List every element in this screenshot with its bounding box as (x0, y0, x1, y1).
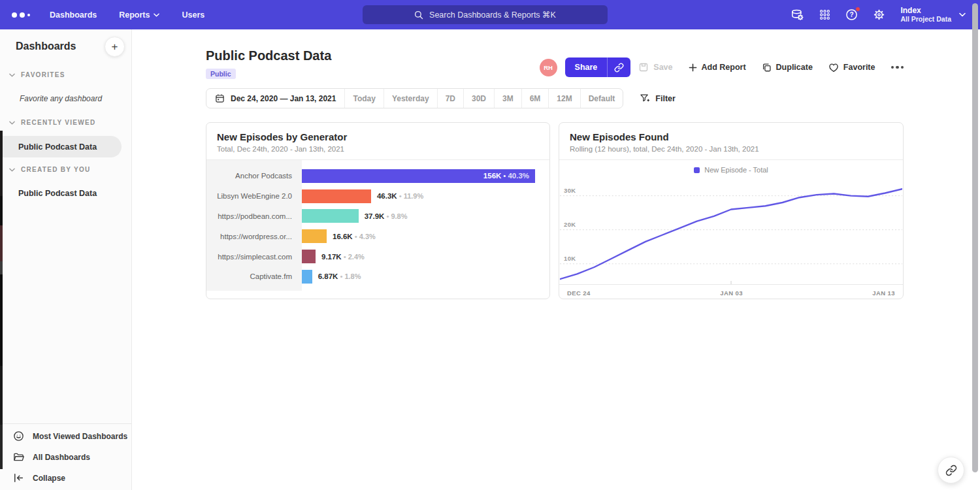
main-content: Public Podcast Data Public RH Share Save… (132, 29, 980, 490)
collapse-sidebar-button[interactable]: Collapse (13, 472, 65, 483)
preset-3m[interactable]: 3M (494, 89, 521, 108)
copy-icon (762, 63, 772, 73)
y-axis-tick-label: 10K (564, 255, 576, 262)
x-axis-tick-label: DEC 24 (567, 289, 591, 297)
preset-6m[interactable]: 6M (521, 89, 549, 108)
settings-gear-icon[interactable] (873, 8, 885, 21)
bar-category-label: Captivate.fm (206, 272, 302, 280)
footer-item-label: All Dashboards (33, 453, 90, 462)
share-link-button[interactable] (607, 57, 630, 77)
preset-today[interactable]: Today (344, 89, 383, 108)
nav-item-users[interactable]: Users (182, 10, 204, 20)
section-recently-viewed[interactable]: RECENTLY VIEWED (9, 119, 96, 126)
save-button[interactable]: Save (638, 62, 672, 73)
nav-item-dashboards[interactable]: Dashboards (50, 10, 97, 20)
bar-segment[interactable] (302, 270, 312, 284)
bar-area: 16.6K•4.3% (302, 229, 549, 243)
duplicate-button[interactable]: Duplicate (762, 63, 813, 73)
help-icon[interactable]: ? (845, 8, 858, 21)
chevron-down-icon (154, 13, 159, 17)
collapse-arrow-icon (13, 472, 24, 483)
calendar-icon (215, 93, 225, 103)
share-button[interactable]: Share (565, 57, 608, 77)
more-options-button[interactable] (891, 66, 904, 69)
bar-value-label: 6.87K•1.8% (318, 272, 361, 280)
bar-category-label: Anchor Podcasts (206, 172, 302, 180)
apps-grid-icon[interactable] (819, 9, 830, 20)
y-axis-tick-label: 20K (564, 221, 576, 228)
search-icon (414, 10, 423, 20)
preset-30d[interactable]: 30D (463, 89, 494, 108)
project-switcher[interactable]: Index All Project Data (900, 6, 966, 24)
nav-item-label: Dashboards (50, 10, 97, 20)
heart-icon (828, 63, 839, 73)
bar-value-label: 46.3K•11.9% (377, 192, 423, 200)
bar-value-label: 9.17K•2.4% (321, 253, 365, 261)
bar-chart[interactable]: Anchor Podcasts156K•40.3%Libsyn WebEngin… (206, 160, 549, 291)
line-chart-plot[interactable]: 10K20K30K (560, 177, 902, 284)
preset-7d[interactable]: 7D (437, 89, 463, 108)
card-new-episodes-by-generator: New Episodes by Generator Total, Dec 24t… (206, 122, 550, 299)
bar-category-label: https://wordpress.or... (206, 233, 302, 240)
header-actions: RH Share Save Add Report Duplicate Favor… (540, 57, 904, 77)
add-dashboard-button[interactable]: + (105, 37, 125, 57)
data-management-icon[interactable] (791, 8, 804, 21)
action-label: Favorite (843, 63, 875, 72)
favorite-button[interactable]: Favorite (828, 63, 875, 73)
add-report-button[interactable]: Add Report (689, 63, 746, 72)
preset-12m[interactable]: 12M (548, 89, 580, 108)
date-toolbar: Dec 24, 2020 — Jan 13, 2021 TodayYesterd… (206, 88, 676, 108)
nav-menu: Dashboards Reports Users (50, 10, 204, 20)
sidebar-item-public-podcast-data[interactable]: Public Podcast Data (0, 136, 122, 157)
vertical-scrollbar[interactable] (972, 3, 978, 472)
most-viewed-dashboards-button[interactable]: Most Viewed Dashboards (13, 431, 127, 442)
filter-button[interactable]: Filter (640, 93, 676, 103)
footer-item-label: Most Viewed Dashboards (33, 432, 127, 441)
mixpanel-logo-icon[interactable] (12, 12, 30, 18)
date-range-picker[interactable]: Dec 24, 2020 — Jan 13, 2021 (206, 89, 344, 108)
section-created-by-you[interactable]: CREATED BY YOU (9, 166, 91, 173)
bar-row: Libsyn WebEngine 2.046.3K•11.9% (206, 186, 549, 206)
bar-value-label: 16.6K•4.3% (333, 233, 376, 240)
legend-label: New Episode - Total (704, 166, 768, 174)
line-chart-svg: 10K20K30K (560, 177, 902, 284)
sidebar-item-public-podcast-data-2[interactable]: Public Podcast Data (0, 182, 122, 204)
card-header[interactable]: New Episodes Found Rolling (12 hours), t… (559, 123, 903, 160)
bar-segment[interactable] (302, 209, 359, 223)
bar-segment[interactable] (302, 250, 316, 263)
preset-yesterday[interactable]: Yesterday (384, 89, 437, 108)
chart-legend: New Episode - Total (559, 166, 903, 174)
search-input[interactable]: Search Dashboards & Reports ⌘K (363, 5, 608, 24)
bar-segment[interactable] (302, 229, 327, 243)
date-range-label: Dec 24, 2020 — Jan 13, 2021 (231, 94, 336, 103)
preset-default[interactable]: Default (580, 89, 623, 108)
all-dashboards-button[interactable]: All Dashboards (13, 451, 90, 463)
sidebar-title: Dashboards (16, 41, 76, 52)
card-header[interactable]: New Episodes by Generator Total, Dec 24t… (206, 123, 549, 160)
avatar[interactable]: RH (540, 59, 557, 76)
notification-badge (855, 7, 860, 12)
y-axis-tick-label: 30K (564, 187, 576, 194)
action-label: Save (653, 63, 672, 72)
nav-item-reports[interactable]: Reports (119, 10, 159, 20)
line-series[interactable] (560, 189, 902, 279)
nav-item-label: Reports (119, 10, 150, 20)
bar-area: 9.17K•2.4% (302, 250, 549, 263)
copy-link-fab[interactable] (938, 457, 964, 483)
bar-area: 156K•40.3% (302, 169, 549, 183)
page-title: Public Podcast Data (206, 48, 331, 63)
project-name: Index (900, 6, 951, 15)
plus-icon (689, 63, 697, 72)
bar-segment[interactable] (302, 189, 371, 203)
nav-item-label: Users (182, 10, 204, 20)
footer-item-label: Collapse (33, 474, 65, 483)
floppy-save-icon (638, 62, 649, 73)
funnel-plus-icon (640, 93, 650, 103)
bar-row: https://wordpress.or...16.6K•4.3% (206, 226, 549, 246)
bar-category-label: https://simplecast.com (206, 253, 302, 261)
bar-segment[interactable]: 156K•40.3% (302, 169, 535, 183)
section-favorites[interactable]: FAVORITES (9, 71, 65, 78)
card-new-episodes-found: New Episodes Found Rolling (12 hours), t… (559, 122, 904, 299)
bar-row: https://podbean.com...37.9K•9.8% (206, 206, 549, 227)
x-axis-tick-label: JAN 03 (720, 289, 743, 297)
